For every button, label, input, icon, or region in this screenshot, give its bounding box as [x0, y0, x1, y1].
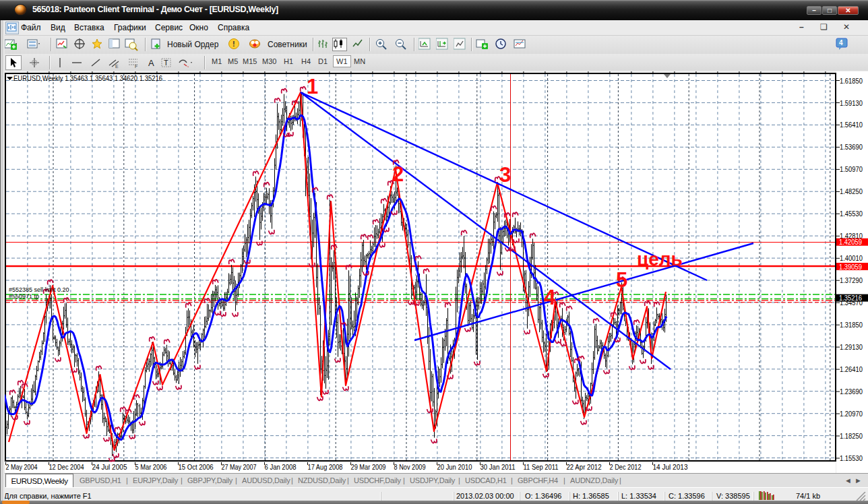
svg-text:2 May 2004: 2 May 2004	[6, 463, 38, 471]
svg-text:1.53690: 1.53690	[840, 143, 863, 151]
svg-text:17 Aug 2008: 17 Aug 2008	[308, 463, 343, 471]
svg-text:4: 4	[839, 39, 843, 46]
svg-text:1.50970: 1.50970	[840, 165, 863, 173]
svg-text:1.31850: 1.31850	[840, 321, 863, 329]
svg-text:1.56410: 1.56410	[840, 121, 863, 129]
svg-text:1.40010: 1.40010	[840, 254, 863, 262]
svg-text:27 May 2007: 27 May 2007	[222, 463, 257, 471]
svg-text:24 Jul 2005: 24 Jul 2005	[92, 463, 127, 471]
svg-text:5 Mar 2006: 5 Mar 2006	[135, 463, 167, 471]
svg-text:2: 2	[392, 162, 404, 186]
svg-text:3: 3	[499, 163, 511, 187]
svg-text:1.48250: 1.48250	[840, 187, 863, 195]
svg-text:1.39059: 1.39059	[839, 263, 862, 271]
svg-text:F: F	[135, 64, 137, 69]
svg-text:1.59130: 1.59130	[840, 99, 863, 107]
svg-text:4: 4	[544, 286, 556, 309]
svg-text:1.29130: 1.29130	[840, 343, 863, 351]
svg-text:2 Dec 2012: 2 Dec 2012	[610, 463, 642, 471]
svg-text:цель: цель	[637, 249, 683, 270]
svg-text:1.23690: 1.23690	[840, 387, 863, 396]
svg-text:14 Jul 2013: 14 Jul 2013	[653, 463, 688, 471]
svg-text:E: E	[115, 64, 119, 69]
svg-text:11 Sep 2011: 11 Sep 2011	[524, 463, 559, 471]
svg-text:1.45530: 1.45530	[840, 210, 863, 218]
svg-text:29 Mar 2009: 29 Mar 2009	[351, 463, 386, 471]
svg-text:A: A	[148, 58, 154, 68]
svg-text:30 Jan 2011: 30 Jan 2011	[480, 463, 516, 471]
svg-text:T: T	[164, 59, 168, 67]
svg-text:1.20970: 1.20970	[840, 410, 863, 418]
svg-text:1.18250: 1.18250	[840, 432, 863, 440]
svg-text:!: !	[232, 40, 235, 48]
svg-text:#552385 sell limit 0.20: #552385 sell limit 0.20	[9, 286, 69, 293]
svg-text:12 Dec 2004: 12 Dec 2004	[49, 463, 84, 471]
svg-text:1.15530: 1.15530	[840, 454, 863, 462]
svg-text:1.37290: 1.37290	[840, 276, 863, 284]
svg-text:1.26410: 1.26410	[840, 365, 863, 373]
svg-text:22 Apr 2012: 22 Apr 2012	[567, 463, 602, 471]
svg-text:#550971 tp: #550971 tp	[9, 293, 39, 300]
svg-text:1.35216: 1.35216	[839, 294, 862, 302]
svg-text:1: 1	[307, 75, 318, 98]
svg-text:1.61850: 1.61850	[840, 77, 863, 85]
svg-text:1.42059: 1.42059	[839, 238, 862, 246]
svg-text:EURUSD,Weekly 1.35463 1.35643: EURUSD,Weekly 1.35463 1.35643 1.34620 1.…	[13, 74, 162, 82]
svg-text:5: 5	[616, 268, 627, 292]
svg-text:8 Nov 2009: 8 Nov 2009	[394, 463, 426, 471]
svg-text:6 Jan 2008: 6 Jan 2008	[265, 463, 297, 471]
svg-text:15 Oct 2006: 15 Oct 2006	[179, 463, 214, 471]
svg-text:20 Jun 2010: 20 Jun 2010	[437, 463, 472, 471]
